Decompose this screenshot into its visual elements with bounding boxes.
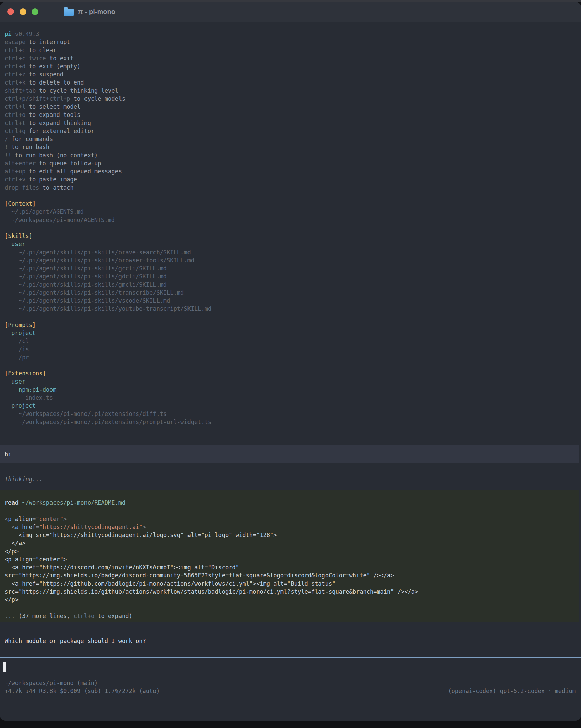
code-segment: <p align="center"> [5, 556, 67, 563]
shortcut-key: ctrl+l [5, 103, 25, 110]
code-line: </a> [5, 539, 574, 547]
zoom-button[interactable] [32, 8, 38, 15]
code-line: <a href="https://discord.com/invite/nKXT… [5, 563, 574, 571]
shortcut-desc: for commands [8, 136, 53, 142]
skills-header: [Skills] [5, 232, 576, 240]
shortcut-line: !! to run bash (no context) [5, 151, 576, 159]
shortcut-line: ctrl+c to clear [5, 46, 576, 54]
close-button[interactable] [7, 8, 14, 15]
code-segment: href [19, 524, 36, 530]
window-title: π - pi-mono [78, 8, 115, 16]
shortcut-desc: to run bash (no context) [11, 152, 98, 159]
code-segment: src="https://img.shields.io/badge/discor… [5, 572, 394, 579]
truncation-segment: (37 more lines, [15, 613, 74, 619]
code-segment: = [36, 524, 39, 530]
shortcut-key: ctrl+v [5, 176, 25, 183]
shortcut-desc: to paste image [25, 176, 77, 183]
shortcut-desc: to clear [25, 47, 56, 54]
shortcut-desc: to queue follow-up [36, 160, 101, 167]
code-segment: > [142, 524, 146, 530]
context-files: ~/.pi/agent/AGENTS.md~/workspaces/pi-mon… [5, 208, 576, 224]
prompts-items: /cl/is/pr [5, 337, 576, 361]
shortcut-line: alt+enter to queue follow-up [5, 159, 576, 167]
shortcut-key: drop files [5, 184, 39, 191]
extensions-npm-package: npm:pi-doom [5, 386, 576, 394]
code-segment: "https://shittycodingagent.ai" [39, 524, 142, 530]
blank-line [5, 507, 574, 515]
shortcut-line: escape to interrupt [5, 38, 576, 46]
title-group: π - pi-mono [63, 7, 115, 16]
code-segment: </p> [5, 548, 19, 554]
shortcut-desc: for external editor [25, 128, 94, 134]
shortcut-desc: to expand tools [25, 111, 80, 118]
shortcut-line: ctrl+o to expand tools [5, 111, 576, 119]
extension-file: ~/workspaces/pi-mono/.pi/extensions/diff… [5, 410, 576, 418]
shortcut-line: ctrl+l to select model [5, 103, 576, 111]
shortcut-key: ctrl+c twice [5, 55, 46, 61]
prompts-header: [Prompts] [5, 321, 576, 329]
shortcut-desc: to select model [25, 103, 80, 110]
terminal-content: pi v0.49.3 escape to interruptctrl+c to … [0, 22, 581, 695]
prompt-input[interactable] [0, 657, 581, 675]
code-segment: <a href="https://discord.com/invite/nKXT… [5, 564, 239, 571]
shortcut-line: ctrl+t to expand thinking [5, 119, 576, 127]
code-line: </p> [5, 547, 574, 555]
extensions-project-scope: project [5, 402, 576, 410]
shortcut-line: ctrl+g for external editor [5, 127, 576, 135]
shortcut-desc: to expand thinking [25, 120, 90, 126]
shortcut-desc: to attach [39, 184, 73, 191]
extension-file: ~/workspaces/pi-mono/.pi/extensions/prom… [5, 418, 576, 426]
code-line: <a href="https://shittycodingagent.ai"> [5, 523, 574, 531]
shortcut-line: ctrl+d to exit (empty) [5, 62, 576, 70]
assistant-question: Which module or package should I work on… [5, 637, 576, 645]
traffic-lights [7, 8, 38, 15]
code-line: src="https://img.shields.io/badge/discor… [5, 571, 574, 579]
shortcut-desc: to edit all queued messages [25, 168, 122, 175]
code-segment: src="https://img.shields.io/github/actio… [5, 588, 418, 595]
shortcut-key: ctrl+z [5, 71, 25, 78]
code-segment: <a href="https://github.com/badlogic/pi-… [5, 580, 336, 587]
shortcut-desc: to delete to end [25, 79, 84, 86]
thinking-indicator: Thinking... [5, 475, 576, 483]
context-file: ~/workspaces/pi-mono/AGENTS.md [5, 216, 576, 224]
prompt-item: /is [5, 345, 576, 353]
context-file: ~/.pi/agent/AGENTS.md [5, 208, 576, 216]
status-bar: ~/workspaces/pi-mono (main) ↑4.7k ↓44 R3… [5, 679, 576, 695]
user-message-text: hi [5, 450, 574, 458]
shortcut-desc: to exit (empty) [25, 63, 80, 70]
skill-file: ~/.pi/agent/skills/pi-skills/browser-too… [5, 256, 576, 264]
code-segment: align [12, 516, 32, 522]
tool-call-line: read ~/workspaces/pi-mono/README.md [5, 499, 574, 507]
shortcut-line: alt+up to edit all queued messages [5, 167, 576, 176]
status-cwd-branch: ~/workspaces/pi-mono (main) [5, 679, 576, 687]
extensions-npm-file: index.ts [5, 394, 576, 402]
shortcut-key: ctrl+k [5, 79, 25, 86]
truncation-segment: ... [5, 613, 15, 619]
minimize-button[interactable] [20, 8, 26, 15]
shortcut-key: alt+up [5, 168, 25, 175]
shortcut-key: ctrl+c [5, 47, 25, 54]
shortcut-key: ! [5, 144, 8, 151]
code-segment: = [32, 516, 36, 522]
shortcut-desc: to suspend [25, 71, 63, 78]
code-segment: <img src="https://shittycodingagent.ai/l… [5, 532, 277, 539]
skills-section: [Skills] user ~/.pi/agent/skills/pi-skil… [5, 232, 576, 313]
status-row: ↑4.7k ↓44 R3.8k $0.009 (sub) 1.7%/272k (… [5, 687, 576, 695]
shortcut-line: shift+tab to cycle thinking level [5, 86, 576, 95]
code-segment: < [5, 524, 15, 530]
tool-output-block: read ~/workspaces/pi-mono/README.md <p a… [0, 490, 579, 622]
shortcut-line: ctrl+c twice to exit [5, 54, 576, 62]
context-section: [Context] ~/.pi/agent/AGENTS.md~/workspa… [5, 200, 576, 224]
prompts-section: [Prompts] project /cl/is/pr [5, 321, 576, 361]
version-line: pi v0.49.3 [5, 30, 576, 38]
folder-icon [63, 9, 74, 16]
skill-file: ~/.pi/agent/skills/pi-skills/vscode/SKIL… [5, 297, 576, 305]
user-message-box: hi [0, 445, 579, 463]
tool-arg: ~/workspaces/pi-mono/README.md [22, 499, 125, 506]
shortcut-key: shift+tab [5, 87, 36, 94]
code-segment: "center" [36, 516, 63, 522]
code-segment: < [5, 516, 8, 522]
shortcut-line: ctrl+v to paste image [5, 176, 576, 183]
shortcut-desc: to cycle thinking level [36, 87, 118, 94]
skill-file: ~/.pi/agent/skills/pi-skills/transcribe/… [5, 289, 576, 297]
